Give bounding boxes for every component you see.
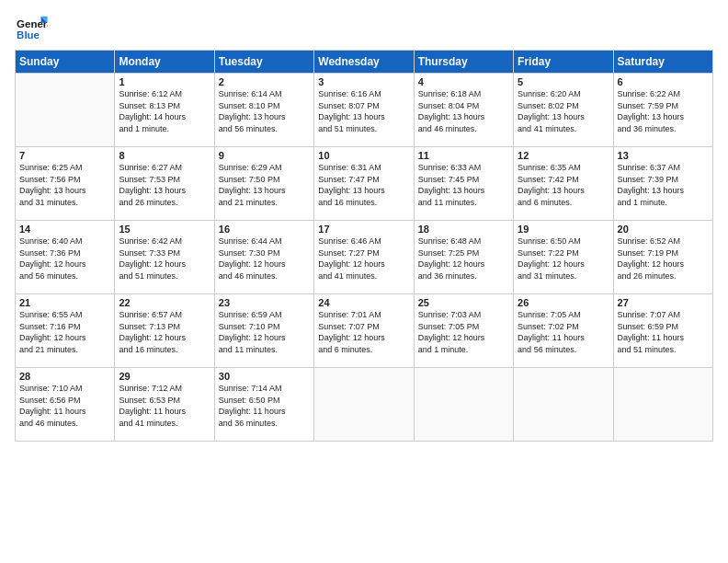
day-cell: 8Sunrise: 6:27 AM Sunset: 7:53 PM Daylig… <box>115 147 214 221</box>
day-cell: 30Sunrise: 7:14 AM Sunset: 6:50 PM Dayli… <box>214 368 313 442</box>
day-number: 15 <box>119 224 210 235</box>
day-number: 18 <box>418 224 509 235</box>
day-info: Sunrise: 7:10 AM Sunset: 6:56 PM Dayligh… <box>19 383 110 429</box>
day-info: Sunrise: 6:18 AM Sunset: 8:04 PM Dayligh… <box>418 88 509 134</box>
day-cell: 21Sunrise: 6:55 AM Sunset: 7:16 PM Dayli… <box>16 294 115 368</box>
calendar-table: SundayMondayTuesdayWednesdayThursdayFrid… <box>15 50 713 442</box>
day-number: 19 <box>518 224 609 235</box>
day-cell <box>514 368 613 442</box>
day-cell: 24Sunrise: 7:01 AM Sunset: 7:07 PM Dayli… <box>314 294 414 368</box>
day-number: 5 <box>518 76 609 87</box>
day-cell: 19Sunrise: 6:50 AM Sunset: 7:22 PM Dayli… <box>514 221 613 294</box>
week-row-3: 14Sunrise: 6:40 AM Sunset: 7:36 PM Dayli… <box>16 221 713 294</box>
day-cell: 4Sunrise: 6:18 AM Sunset: 8:04 PM Daylig… <box>414 74 513 147</box>
day-number: 1 <box>119 76 210 87</box>
day-info: Sunrise: 6:16 AM Sunset: 8:07 PM Dayligh… <box>318 88 409 134</box>
day-info: Sunrise: 7:05 AM Sunset: 7:02 PM Dayligh… <box>518 309 609 355</box>
day-number: 28 <box>19 371 110 382</box>
day-cell: 14Sunrise: 6:40 AM Sunset: 7:36 PM Dayli… <box>16 221 115 294</box>
day-info: Sunrise: 6:12 AM Sunset: 8:13 PM Dayligh… <box>119 88 210 134</box>
day-info: Sunrise: 7:14 AM Sunset: 6:50 PM Dayligh… <box>219 383 310 429</box>
day-info: Sunrise: 6:44 AM Sunset: 7:30 PM Dayligh… <box>219 236 310 282</box>
day-cell: 5Sunrise: 6:20 AM Sunset: 8:02 PM Daylig… <box>514 74 613 147</box>
day-number: 11 <box>418 150 509 161</box>
day-info: Sunrise: 7:03 AM Sunset: 7:05 PM Dayligh… <box>418 309 509 355</box>
day-cell: 2Sunrise: 6:14 AM Sunset: 8:10 PM Daylig… <box>214 74 313 147</box>
day-cell: 12Sunrise: 6:35 AM Sunset: 7:42 PM Dayli… <box>514 147 613 221</box>
day-cell: 13Sunrise: 6:37 AM Sunset: 7:39 PM Dayli… <box>613 147 712 221</box>
day-info: Sunrise: 6:46 AM Sunset: 7:27 PM Dayligh… <box>318 236 409 282</box>
day-info: Sunrise: 6:42 AM Sunset: 7:33 PM Dayligh… <box>119 236 210 282</box>
calendar-header-row: SundayMondayTuesdayWednesdayThursdayFrid… <box>16 51 713 74</box>
day-info: Sunrise: 6:31 AM Sunset: 7:47 PM Dayligh… <box>318 162 409 208</box>
day-number: 2 <box>219 76 310 87</box>
day-number: 22 <box>119 297 210 308</box>
day-info: Sunrise: 6:29 AM Sunset: 7:50 PM Dayligh… <box>219 162 310 208</box>
day-cell: 9Sunrise: 6:29 AM Sunset: 7:50 PM Daylig… <box>214 147 313 221</box>
day-cell: 17Sunrise: 6:46 AM Sunset: 7:27 PM Dayli… <box>314 221 414 294</box>
day-number: 9 <box>219 150 310 161</box>
day-cell: 1Sunrise: 6:12 AM Sunset: 8:13 PM Daylig… <box>115 74 214 147</box>
day-info: Sunrise: 6:55 AM Sunset: 7:16 PM Dayligh… <box>19 309 110 355</box>
day-info: Sunrise: 6:40 AM Sunset: 7:36 PM Dayligh… <box>19 236 110 282</box>
day-cell: 23Sunrise: 6:59 AM Sunset: 7:10 PM Dayli… <box>214 294 313 368</box>
day-number: 29 <box>119 371 210 382</box>
col-header-wednesday: Wednesday <box>314 51 414 74</box>
day-info: Sunrise: 7:01 AM Sunset: 7:07 PM Dayligh… <box>318 309 409 355</box>
logo: General Blue <box>15 15 50 42</box>
day-number: 6 <box>618 76 709 87</box>
day-number: 20 <box>618 224 709 235</box>
col-header-tuesday: Tuesday <box>214 51 313 74</box>
day-number: 23 <box>219 297 310 308</box>
day-number: 27 <box>618 297 709 308</box>
day-info: Sunrise: 6:20 AM Sunset: 8:02 PM Dayligh… <box>518 88 609 134</box>
day-info: Sunrise: 6:33 AM Sunset: 7:45 PM Dayligh… <box>418 162 509 208</box>
day-number: 24 <box>318 297 409 308</box>
day-info: Sunrise: 6:59 AM Sunset: 7:10 PM Dayligh… <box>219 309 310 355</box>
day-cell: 29Sunrise: 7:12 AM Sunset: 6:53 PM Dayli… <box>115 368 214 442</box>
week-row-1: 1Sunrise: 6:12 AM Sunset: 8:13 PM Daylig… <box>16 74 713 147</box>
col-header-saturday: Saturday <box>613 51 712 74</box>
day-info: Sunrise: 7:12 AM Sunset: 6:53 PM Dayligh… <box>119 383 210 429</box>
col-header-monday: Monday <box>115 51 214 74</box>
col-header-friday: Friday <box>514 51 613 74</box>
day-number: 10 <box>318 150 409 161</box>
day-info: Sunrise: 7:07 AM Sunset: 6:59 PM Dayligh… <box>618 309 709 355</box>
day-cell: 22Sunrise: 6:57 AM Sunset: 7:13 PM Dayli… <box>115 294 214 368</box>
day-number: 17 <box>318 224 409 235</box>
day-cell: 3Sunrise: 6:16 AM Sunset: 8:07 PM Daylig… <box>314 74 414 147</box>
day-info: Sunrise: 6:35 AM Sunset: 7:42 PM Dayligh… <box>518 162 609 208</box>
day-cell: 15Sunrise: 6:42 AM Sunset: 7:33 PM Dayli… <box>115 221 214 294</box>
day-info: Sunrise: 6:48 AM Sunset: 7:25 PM Dayligh… <box>418 236 509 282</box>
day-number: 7 <box>19 150 110 161</box>
day-info: Sunrise: 6:50 AM Sunset: 7:22 PM Dayligh… <box>518 236 609 282</box>
day-info: Sunrise: 6:52 AM Sunset: 7:19 PM Dayligh… <box>618 236 709 282</box>
day-number: 21 <box>19 297 110 308</box>
day-info: Sunrise: 6:27 AM Sunset: 7:53 PM Dayligh… <box>119 162 210 208</box>
day-cell: 20Sunrise: 6:52 AM Sunset: 7:19 PM Dayli… <box>613 221 712 294</box>
week-row-2: 7Sunrise: 6:25 AM Sunset: 7:56 PM Daylig… <box>16 147 713 221</box>
day-number: 13 <box>618 150 709 161</box>
day-cell: 16Sunrise: 6:44 AM Sunset: 7:30 PM Dayli… <box>214 221 313 294</box>
col-header-thursday: Thursday <box>414 51 513 74</box>
day-info: Sunrise: 6:14 AM Sunset: 8:10 PM Dayligh… <box>219 88 310 134</box>
week-row-4: 21Sunrise: 6:55 AM Sunset: 7:16 PM Dayli… <box>16 294 713 368</box>
day-number: 30 <box>219 371 310 382</box>
day-cell <box>314 368 414 442</box>
day-number: 14 <box>19 224 110 235</box>
day-number: 12 <box>518 150 609 161</box>
svg-text:Blue: Blue <box>17 29 40 40</box>
day-cell: 11Sunrise: 6:33 AM Sunset: 7:45 PM Dayli… <box>414 147 513 221</box>
page-header: General Blue <box>15 11 713 42</box>
day-cell: 7Sunrise: 6:25 AM Sunset: 7:56 PM Daylig… <box>16 147 115 221</box>
day-number: 25 <box>418 297 509 308</box>
day-info: Sunrise: 6:25 AM Sunset: 7:56 PM Dayligh… <box>19 162 110 208</box>
day-cell <box>16 74 115 147</box>
day-number: 4 <box>418 76 509 87</box>
col-header-sunday: Sunday <box>16 51 115 74</box>
day-cell: 18Sunrise: 6:48 AM Sunset: 7:25 PM Dayli… <box>414 221 513 294</box>
day-cell <box>613 368 712 442</box>
day-number: 8 <box>119 150 210 161</box>
day-cell <box>414 368 513 442</box>
week-row-5: 28Sunrise: 7:10 AM Sunset: 6:56 PM Dayli… <box>16 368 713 442</box>
